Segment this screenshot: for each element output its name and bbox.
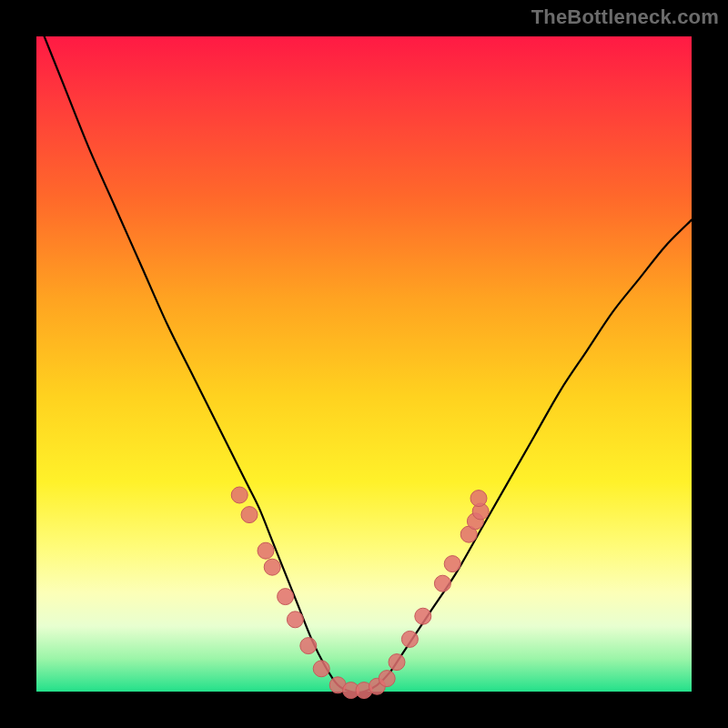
data-marker	[278, 589, 294, 605]
data-marker	[287, 612, 303, 628]
bottleneck-curve	[36, 16, 692, 693]
data-marker	[258, 542, 274, 559]
data-marker	[401, 631, 418, 647]
data-markers	[231, 487, 489, 699]
data-marker	[379, 671, 395, 687]
data-marker	[241, 507, 258, 523]
data-marker	[231, 487, 248, 503]
data-marker	[415, 608, 431, 624]
data-marker	[389, 654, 405, 671]
data-marker	[444, 556, 460, 572]
data-marker	[300, 638, 317, 654]
chart-frame: TheBottleneck.com	[0, 0, 728, 728]
data-marker	[264, 559, 280, 575]
watermark-text: TheBottleneck.com	[531, 5, 719, 29]
data-marker	[470, 490, 487, 507]
data-marker	[434, 575, 450, 592]
data-marker	[313, 661, 329, 677]
chart-overlay	[36, 36, 692, 692]
